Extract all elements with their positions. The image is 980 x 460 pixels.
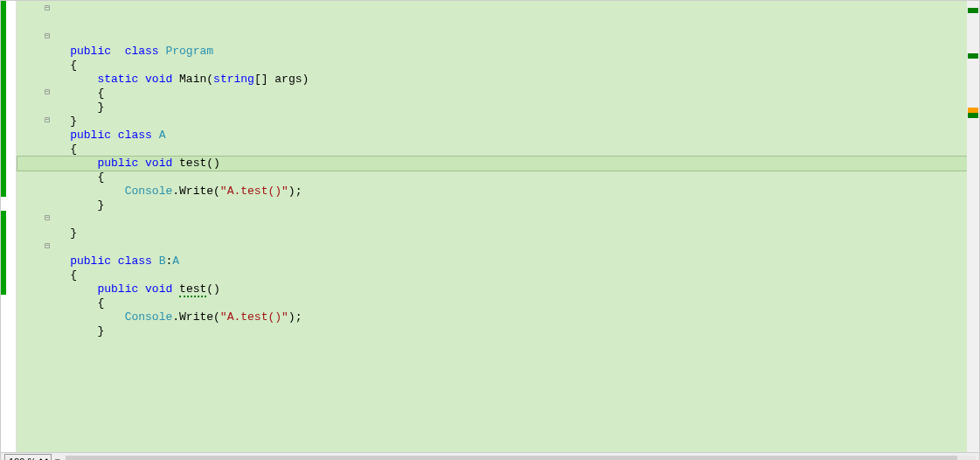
editor-hscroll[interactable] <box>66 456 976 461</box>
fold-toggle-icon[interactable]: ⊟ <box>45 2 50 16</box>
zoom-select[interactable]: 100 % <box>4 454 52 460</box>
fold-gutter <box>1 1 17 452</box>
fold-toggle-icon[interactable]: ⊟ <box>45 30 50 44</box>
zoom-dropdown-icon[interactable]: ▾ <box>55 456 60 460</box>
code-editor[interactable]: public class Program { static void Main(… <box>0 0 980 460</box>
code-area[interactable]: public class Program { static void Main(… <box>17 1 979 452</box>
